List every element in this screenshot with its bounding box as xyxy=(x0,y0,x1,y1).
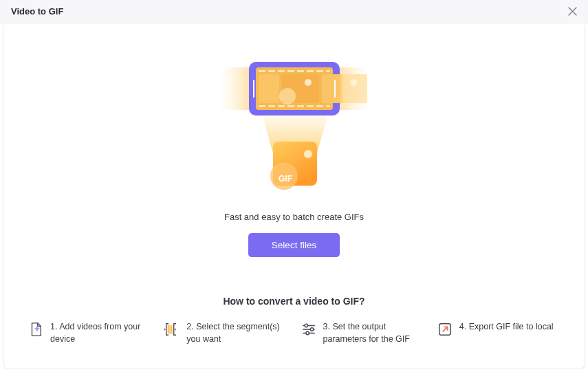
svg-rect-18 xyxy=(326,105,330,107)
add-file-icon xyxy=(28,322,43,337)
svg-rect-23 xyxy=(322,74,342,103)
window-header: Video to GIF xyxy=(0,0,588,23)
svg-point-27 xyxy=(350,79,357,86)
svg-point-21 xyxy=(305,79,312,86)
svg-rect-24 xyxy=(253,80,254,98)
howto-steps: 1. Add videos from your device 2. Se xyxy=(28,320,560,345)
svg-text:GIF: GIF xyxy=(279,174,292,184)
settings-sliders-icon xyxy=(301,322,316,337)
video-to-gif-window: Video to GIF xyxy=(0,0,588,372)
select-segment-icon xyxy=(164,322,179,337)
close-icon xyxy=(568,7,577,16)
howto-step-1: 1. Add videos from your device xyxy=(28,320,151,345)
svg-rect-19 xyxy=(259,74,279,103)
svg-rect-17 xyxy=(316,105,323,107)
howto-step-3: 3. Set the output parameters for the GIF xyxy=(301,320,424,345)
select-files-button[interactable]: Select files xyxy=(248,233,340,257)
svg-rect-7 xyxy=(297,70,304,72)
step-num: 4. xyxy=(459,322,466,331)
export-icon xyxy=(437,322,453,337)
svg-point-35 xyxy=(305,331,308,334)
svg-rect-10 xyxy=(326,70,330,72)
hero-illustration: GIF xyxy=(219,59,370,204)
svg-rect-3 xyxy=(259,70,265,72)
svg-rect-8 xyxy=(307,70,314,72)
step-num: 1. xyxy=(50,322,57,331)
svg-point-33 xyxy=(305,324,307,327)
window-body: GIF Fast and easy to batch create GIFs S… xyxy=(3,26,585,369)
svg-point-29 xyxy=(304,150,312,158)
svg-rect-13 xyxy=(278,105,285,107)
howto-title: How to convert a video to GIF? xyxy=(28,296,560,307)
svg-rect-5 xyxy=(278,70,285,72)
svg-rect-25 xyxy=(334,80,336,98)
tagline-text: Fast and easy to batch create GIFs xyxy=(224,212,364,222)
step-text: Select the segment(s) you want xyxy=(186,322,280,344)
window-title: Video to GIF xyxy=(11,6,63,17)
svg-rect-6 xyxy=(287,70,294,72)
svg-rect-16 xyxy=(307,105,314,107)
step-text: Add videos from your device xyxy=(50,322,140,344)
svg-rect-15 xyxy=(297,105,304,107)
step-text: Set the output parameters for the GIF xyxy=(323,322,410,344)
svg-rect-12 xyxy=(268,105,275,107)
svg-point-34 xyxy=(310,328,313,331)
step-num: 2. xyxy=(186,322,193,331)
step-text: Export GIF file to local xyxy=(469,322,554,331)
svg-rect-11 xyxy=(259,105,265,107)
hero-area: GIF Fast and easy to batch create GIFs S… xyxy=(219,59,370,257)
step-num: 3. xyxy=(323,322,330,331)
svg-rect-32 xyxy=(168,325,173,334)
svg-point-22 xyxy=(279,88,296,105)
svg-rect-14 xyxy=(287,105,294,107)
svg-rect-4 xyxy=(268,70,275,72)
close-button[interactable] xyxy=(565,4,580,19)
howto-section: How to convert a video to GIF? 1. Add vi… xyxy=(3,296,585,345)
howto-step-4: 4. Export GIF file to local xyxy=(437,320,560,337)
svg-rect-9 xyxy=(316,70,323,72)
howto-step-2: 2. Select the segment(s) you want xyxy=(164,320,287,345)
svg-rect-26 xyxy=(340,74,367,103)
